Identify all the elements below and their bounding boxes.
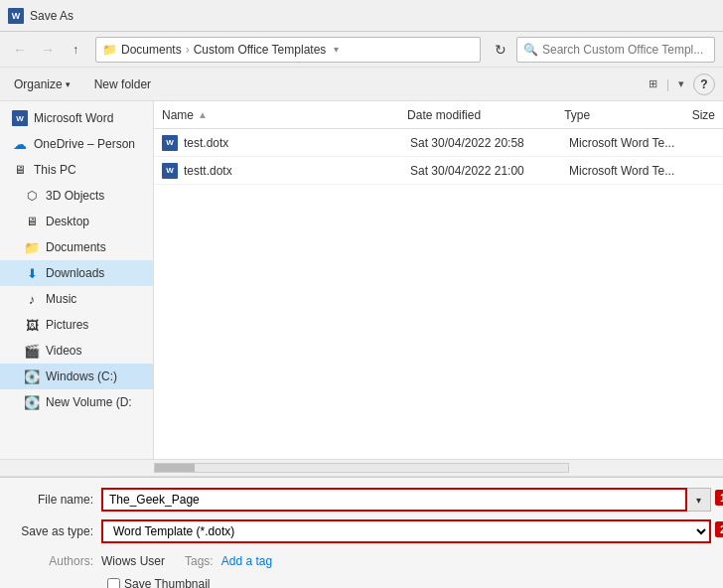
- bottom-form: File name: ▾ 1 Save as type: Word Templa…: [0, 477, 723, 588]
- save-as-type-select[interactable]: Word Template (*.dotx): [101, 519, 711, 543]
- breadcrumb-dropdown-icon: ▾: [334, 44, 339, 55]
- new-volume-d-icon: 💽: [24, 394, 40, 410]
- this-pc-icon: 🖥: [12, 162, 28, 178]
- refresh-button[interactable]: ↻: [489, 38, 512, 62]
- sidebar-item-onedrive[interactable]: ☁ OneDrive – Person: [0, 131, 153, 157]
- sidebar-label-downloads: Downloads: [46, 266, 104, 280]
- file-name-dropdown[interactable]: ▾: [687, 488, 711, 512]
- tags-value[interactable]: Add a tag: [221, 554, 272, 568]
- pictures-icon: 🖼: [24, 317, 40, 333]
- windows-c-icon: 💽: [24, 368, 40, 384]
- breadcrumb[interactable]: 📁 Documents › Custom Office Templates ▾: [95, 37, 481, 63]
- main-area: W Microsoft Word ☁ OneDrive – Person 🖥 T…: [0, 101, 723, 459]
- number-label-2: 2: [715, 521, 723, 537]
- search-input[interactable]: [542, 43, 708, 57]
- authors-label: Authors:: [12, 554, 101, 568]
- desktop-icon: 🖥: [24, 214, 40, 229]
- toolbar: ← → ↑ 📁 Documents › Custom Office Templa…: [0, 32, 723, 68]
- documents-icon: 📁: [24, 239, 40, 255]
- column-headers: Name ▲ Date modified Type Size: [154, 101, 723, 129]
- sidebar-item-downloads[interactable]: ⬇ Downloads: [0, 260, 153, 286]
- back-button[interactable]: ←: [8, 38, 32, 62]
- sidebar-item-this-pc[interactable]: 🖥 This PC: [0, 157, 153, 183]
- sidebar-item-pictures[interactable]: 🖼 Pictures: [0, 312, 153, 338]
- save-as-type-label: Save as type:: [12, 524, 101, 538]
- file-name-row: File name: ▾ 1: [12, 486, 711, 514]
- tags-label: Tags:: [185, 554, 214, 568]
- organize-label: Organize: [14, 77, 63, 91]
- sidebar-item-microsoft-word[interactable]: W Microsoft Word: [0, 105, 153, 131]
- sort-arrow-icon: ▲: [198, 109, 208, 120]
- organize-button[interactable]: Organize ▾: [8, 74, 76, 94]
- sidebar-item-music[interactable]: ♪ Music: [0, 286, 153, 312]
- sidebar-item-documents[interactable]: 📁 Documents: [0, 234, 153, 260]
- 3d-objects-icon: ⬡: [24, 188, 40, 204]
- view-separator: |: [666, 77, 669, 91]
- breadcrumb-part2: Custom Office Templates: [194, 43, 327, 57]
- file-type: Microsoft Word Te...: [569, 136, 698, 150]
- word-nav-icon: W: [12, 110, 28, 126]
- sidebar-item-new-volume-d[interactable]: 💽 New Volume (D:: [0, 389, 153, 415]
- new-folder-label: New folder: [94, 77, 151, 91]
- file-name-input[interactable]: [101, 488, 687, 512]
- save-thumbnail-label: Save Thumbnail: [124, 577, 211, 588]
- sidebar-label-new-volume-d: New Volume (D:: [46, 395, 132, 409]
- sidebar-label-microsoft-word: Microsoft Word: [34, 111, 113, 125]
- save-as-type-row: Save as type: Word Template (*.dotx) 2: [12, 517, 711, 545]
- file-word-icon: W: [162, 163, 178, 179]
- table-row[interactable]: W testt.dotx Sat 30/04/2022 21:00 Micros…: [154, 157, 723, 185]
- sidebar-item-desktop[interactable]: 🖥 Desktop: [0, 209, 153, 234]
- authors-tags-row: Authors: Wiows User Tags: Add a tag: [12, 549, 711, 573]
- dialog-title: Save As: [30, 9, 73, 23]
- sidebar-label-desktop: Desktop: [46, 215, 89, 228]
- sidebar-label-music: Music: [46, 292, 76, 306]
- word-icon: W: [8, 8, 24, 24]
- col-header-type[interactable]: Type: [564, 108, 691, 122]
- title-bar: W Save As: [0, 0, 723, 32]
- horizontal-scrollbar[interactable]: [0, 459, 723, 477]
- sidebar-label-windows-c: Windows (C:): [46, 369, 117, 383]
- view-icon-button[interactable]: ⊞: [644, 74, 662, 93]
- action-bar: Organize ▾ New folder ⊞ | ▾ ?: [0, 68, 723, 101]
- sidebar-item-3d-objects[interactable]: ⬡ 3D Objects: [0, 183, 153, 209]
- downloads-icon: ⬇: [24, 265, 40, 281]
- sidebar-label-3d-objects: 3D Objects: [46, 189, 104, 203]
- file-name-cell: W testt.dotx: [162, 163, 410, 179]
- breadcrumb-part1: Documents: [121, 43, 182, 57]
- save-as-type-container: Word Template (*.dotx) 2: [101, 519, 711, 543]
- view-dropdown-button[interactable]: ▾: [673, 74, 689, 93]
- sidebar: W Microsoft Word ☁ OneDrive – Person 🖥 T…: [0, 101, 154, 459]
- view-controls: ⊞ | ▾ ?: [644, 74, 715, 95]
- number-label-1: 1: [715, 490, 723, 506]
- forward-button[interactable]: →: [36, 38, 60, 62]
- col-header-date[interactable]: Date modified: [407, 108, 564, 122]
- sidebar-item-windows-c[interactable]: 💽 Windows (C:): [0, 364, 153, 389]
- new-folder-button[interactable]: New folder: [88, 74, 157, 94]
- file-list: W test.dotx Sat 30/04/2022 20:58 Microso…: [154, 129, 723, 459]
- save-thumbnail-checkbox[interactable]: [107, 578, 120, 589]
- table-row[interactable]: W test.dotx Sat 30/04/2022 20:58 Microso…: [154, 129, 723, 157]
- sidebar-label-pictures: Pictures: [46, 318, 88, 332]
- help-button[interactable]: ?: [693, 74, 715, 95]
- up-button[interactable]: ↑: [64, 38, 87, 62]
- breadcrumb-sep1: ›: [186, 43, 190, 57]
- content-area: Name ▲ Date modified Type Size W test.do…: [154, 101, 723, 459]
- file-name-label: File name:: [12, 493, 101, 507]
- file-name-cell: W test.dotx: [162, 135, 410, 151]
- videos-icon: 🎬: [24, 343, 40, 359]
- search-bar: 🔍: [516, 37, 715, 63]
- file-date: Sat 30/04/2022 21:00: [410, 164, 569, 178]
- col-header-name[interactable]: Name ▲: [162, 108, 407, 122]
- thumbnail-row: Save Thumbnail: [12, 577, 711, 588]
- sidebar-item-videos[interactable]: 🎬 Videos: [0, 338, 153, 364]
- col-header-size[interactable]: Size: [692, 108, 715, 122]
- file-name-input-container: ▾ 1: [101, 488, 711, 512]
- file-type: Microsoft Word Te...: [569, 164, 698, 178]
- file-name: testt.dotx: [184, 164, 232, 178]
- onedrive-icon: ☁: [12, 136, 28, 152]
- sidebar-label-this-pc: This PC: [34, 163, 76, 177]
- search-icon: 🔍: [523, 43, 538, 57]
- authors-value: Wiows User: [101, 554, 165, 568]
- music-icon: ♪: [24, 291, 40, 307]
- sidebar-label-videos: Videos: [46, 344, 81, 358]
